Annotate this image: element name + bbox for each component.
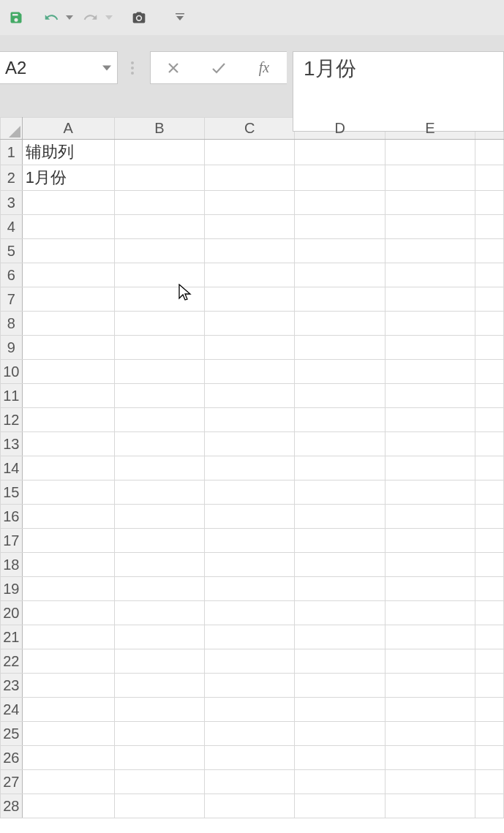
row-header[interactable]: 3: [1, 191, 23, 215]
row-header[interactable]: 1: [1, 140, 23, 165]
cell[interactable]: [22, 432, 114, 456]
fx-icon[interactable]: fx: [241, 52, 287, 83]
cell[interactable]: [114, 625, 204, 649]
row-header[interactable]: 14: [1, 456, 23, 480]
row-header[interactable]: 20: [1, 601, 23, 625]
cell[interactable]: [205, 140, 295, 165]
select-all-corner[interactable]: [1, 118, 23, 140]
cell[interactable]: [475, 505, 504, 529]
cell[interactable]: [114, 408, 204, 432]
row-header[interactable]: 15: [1, 480, 23, 505]
cell[interactable]: [295, 480, 385, 505]
redo-icon[interactable]: [80, 6, 101, 29]
cell[interactable]: [205, 480, 295, 505]
cell[interactable]: [114, 360, 204, 384]
cell[interactable]: [205, 432, 295, 456]
cell[interactable]: [295, 239, 385, 263]
cell[interactable]: [205, 456, 295, 480]
cell[interactable]: [114, 239, 204, 263]
cell[interactable]: [295, 625, 385, 649]
cell[interactable]: [475, 746, 504, 770]
cell[interactable]: [475, 408, 504, 432]
cell[interactable]: [22, 456, 114, 480]
cell[interactable]: [475, 649, 504, 674]
cell[interactable]: 1月份: [22, 165, 114, 191]
cell[interactable]: [385, 263, 475, 287]
cell[interactable]: [475, 698, 504, 722]
cell[interactable]: [205, 794, 295, 818]
cell[interactable]: [385, 649, 475, 674]
undo-dropdown-icon[interactable]: [63, 6, 76, 29]
cell[interactable]: [475, 165, 504, 191]
cell[interactable]: [22, 215, 114, 239]
cell[interactable]: [205, 336, 295, 360]
row-header[interactable]: 9: [1, 336, 23, 360]
cell[interactable]: [114, 215, 204, 239]
cell[interactable]: [114, 746, 204, 770]
cell[interactable]: [295, 722, 385, 746]
cell[interactable]: [114, 577, 204, 601]
cell[interactable]: [22, 794, 114, 818]
cell[interactable]: [475, 456, 504, 480]
cell[interactable]: [22, 577, 114, 601]
cell[interactable]: [22, 408, 114, 432]
column-header[interactable]: A: [22, 118, 114, 140]
row-header[interactable]: 17: [1, 529, 23, 553]
cell[interactable]: [295, 287, 385, 312]
cell[interactable]: [295, 408, 385, 432]
cell[interactable]: [475, 215, 504, 239]
cell[interactable]: [295, 505, 385, 529]
cell[interactable]: [385, 165, 475, 191]
cell[interactable]: [205, 698, 295, 722]
cell[interactable]: [295, 601, 385, 625]
cell[interactable]: [385, 529, 475, 553]
row-header[interactable]: 28: [1, 794, 23, 818]
undo-icon[interactable]: [41, 6, 61, 29]
row-header[interactable]: 12: [1, 408, 23, 432]
cell[interactable]: [295, 165, 385, 191]
cell[interactable]: [295, 553, 385, 577]
cell[interactable]: [205, 674, 295, 698]
cell[interactable]: [295, 649, 385, 674]
cell[interactable]: [475, 360, 504, 384]
cell[interactable]: [295, 263, 385, 287]
cell[interactable]: [205, 239, 295, 263]
cell[interactable]: [385, 140, 475, 165]
cell[interactable]: [385, 746, 475, 770]
cell[interactable]: [114, 263, 204, 287]
cell[interactable]: [385, 312, 475, 336]
row-header[interactable]: 25: [1, 722, 23, 746]
cell[interactable]: [385, 505, 475, 529]
cell[interactable]: [205, 312, 295, 336]
cell[interactable]: [475, 625, 504, 649]
cell[interactable]: [385, 601, 475, 625]
cell[interactable]: [114, 529, 204, 553]
row-header[interactable]: 16: [1, 505, 23, 529]
cell[interactable]: [385, 456, 475, 480]
cell[interactable]: [205, 165, 295, 191]
row-header[interactable]: 4: [1, 215, 23, 239]
column-header[interactable]: C: [205, 118, 295, 140]
cell[interactable]: [295, 529, 385, 553]
cell[interactable]: [385, 408, 475, 432]
cell[interactable]: [385, 553, 475, 577]
cell[interactable]: [295, 191, 385, 215]
cell[interactable]: [205, 577, 295, 601]
cell[interactable]: [22, 239, 114, 263]
cell[interactable]: [295, 215, 385, 239]
redo-dropdown-icon[interactable]: [102, 6, 116, 29]
cell[interactable]: [385, 239, 475, 263]
cell[interactable]: [114, 553, 204, 577]
name-box-dropdown-icon[interactable]: [102, 64, 111, 72]
cell[interactable]: [22, 601, 114, 625]
cell[interactable]: [114, 140, 204, 165]
cell[interactable]: [22, 625, 114, 649]
row-header[interactable]: 5: [1, 239, 23, 263]
cell[interactable]: [385, 770, 475, 794]
cell[interactable]: [475, 384, 504, 408]
row-header[interactable]: 24: [1, 698, 23, 722]
cell[interactable]: [22, 770, 114, 794]
cell[interactable]: [475, 287, 504, 312]
column-header[interactable]: B: [114, 118, 204, 140]
cell[interactable]: [114, 312, 204, 336]
